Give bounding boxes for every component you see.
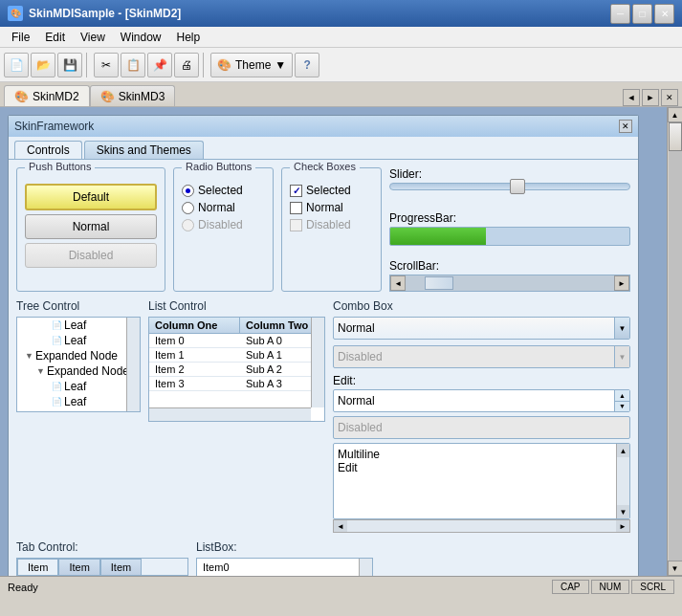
toolbar-open[interactable]: 📂 <box>31 53 55 77</box>
radio-disabled: Disabled <box>182 218 265 231</box>
tree-item[interactable]: ▼Expanded Node <box>17 363 140 379</box>
menu-window[interactable]: Window <box>113 29 169 46</box>
scrollbar-left-arrow[interactable]: ◄ <box>390 275 406 291</box>
tree-item[interactable]: 📄Leaf <box>17 394 140 409</box>
multiline-scroll-track[interactable] <box>617 457 629 505</box>
toolbar-new[interactable]: 📄 <box>4 53 29 77</box>
list-scroll-h[interactable] <box>149 407 311 421</box>
list-row[interactable]: Item 2 Sub A 2 <box>149 363 324 377</box>
menu-view[interactable]: View <box>73 29 113 46</box>
menu-edit[interactable]: Edit <box>37 29 73 46</box>
mdi-tab-icon1: 🎨 <box>14 90 29 103</box>
scroll-up-arrow[interactable]: ▲ <box>668 107 683 122</box>
spin-down-button[interactable]: ▼ <box>614 402 629 412</box>
status-text: Ready <box>8 582 38 593</box>
listbox-section: ListBox: Item0 Item1 Item2 Item3 Item4 I… <box>196 540 373 576</box>
toolbar-copy[interactable]: 📋 <box>121 53 145 77</box>
check-normal[interactable]: Normal <box>290 201 373 214</box>
scroll-down-arrow[interactable]: ▼ <box>668 561 683 576</box>
listbox[interactable]: Item0 Item1 Item2 Item3 Item4 Item5 <box>196 558 373 576</box>
scroll-thumb[interactable] <box>669 122 682 151</box>
radio-normal[interactable]: Normal <box>182 201 265 214</box>
toolbar-paste[interactable]: 📌 <box>147 53 172 77</box>
toolbar-cut[interactable]: ✂ <box>94 53 119 77</box>
list-control[interactable]: Column One Column Two Item 0 Sub A 0 Ite… <box>148 317 325 422</box>
menu-file[interactable]: File <box>4 29 37 46</box>
help-button[interactable]: ? <box>295 53 319 77</box>
tree-item[interactable]: 📄Leaf <box>17 318 140 333</box>
mdi-nav-next[interactable]: ► <box>642 89 659 106</box>
normal-button[interactable]: Normal <box>25 214 157 239</box>
tree-item[interactable]: 📄Leaf <box>17 409 140 412</box>
mh-right[interactable]: ► <box>616 520 629 532</box>
toolbar: 📄 📂 💾 ✂ 📋 📌 🖨 🎨 Theme ▼ ? <box>0 48 682 82</box>
mh-left[interactable]: ◄ <box>334 520 347 532</box>
multiline-scroll-v[interactable]: ▲ ▼ <box>616 444 629 518</box>
list-item[interactable]: Item1 <box>199 574 370 576</box>
tree-item[interactable]: 📄Leaf <box>17 333 140 348</box>
tab-controls[interactable]: Controls <box>14 141 82 159</box>
scrollbar-right-arrow[interactable]: ► <box>614 275 629 291</box>
multiline-content[interactable]: MultilineEdit <box>334 444 616 518</box>
edit-normal-text: Normal <box>338 394 375 407</box>
radio-buttons-group: Radio Buttons Selected Normal Disabled <box>173 167 274 292</box>
title-bar: 🎨 SkinMDISample - [SkinMD2] ─ □ ✕ <box>0 0 682 27</box>
mdi-tab-skinmd3[interactable]: 🎨 SkinMD3 <box>90 85 176 106</box>
listbox-scroll-v[interactable] <box>359 559 372 576</box>
tab-skins-themes[interactable]: Skins and Themes <box>84 141 204 159</box>
multiline-scroll-h[interactable]: ◄ ► <box>333 519 630 533</box>
spin-up-button[interactable]: ▲ <box>614 390 629 402</box>
theme-icon: 🎨 <box>217 58 231 72</box>
default-button[interactable]: Default <box>25 184 157 210</box>
middle-groups-row: Tree Control 📄Leaf 📄Leaf ▼Expanded Node … <box>16 299 630 533</box>
edit-spin[interactable]: ▲ ▼ <box>614 390 629 411</box>
toolbar-print[interactable]: 🖨 <box>174 53 199 77</box>
tab-item-1[interactable]: Item <box>17 559 58 575</box>
maximize-button[interactable]: □ <box>632 4 652 24</box>
combo-arrow-icon[interactable]: ▼ <box>614 318 629 339</box>
combo-normal[interactable]: Normal ▼ <box>333 317 630 340</box>
checkbox-normal[interactable] <box>290 202 302 214</box>
mdi-tab-skinmd2[interactable]: 🎨 SkinMD2 <box>4 85 90 106</box>
scrollbar-h[interactable]: ◄ ► <box>389 275 630 292</box>
radio-circle-normal[interactable] <box>182 202 194 214</box>
list-row[interactable]: Item 3 Sub A 3 <box>149 377 324 391</box>
slider-track[interactable] <box>389 183 630 190</box>
list-row[interactable]: Item 0 Sub A 0 <box>149 334 324 348</box>
multiline-scroll-up[interactable]: ▲ <box>617 444 629 457</box>
edit-normal-box[interactable]: Normal ▲ ▼ <box>333 389 630 412</box>
minimize-button[interactable]: ─ <box>610 4 630 24</box>
list-cell: Sub A 1 <box>240 348 288 362</box>
scrollbar-track[interactable] <box>406 275 614 291</box>
tree-control[interactable]: 📄Leaf 📄Leaf ▼Expanded Node ▼Expanded Nod… <box>16 317 141 412</box>
tab-item-3[interactable]: Item <box>100 559 142 575</box>
list-row[interactable]: Item 1 Sub A 1 <box>149 348 324 363</box>
theme-button[interactable]: 🎨 Theme ▼ <box>210 53 293 77</box>
mdi-nav-close[interactable]: ✕ <box>661 89 678 106</box>
status-num: NUM <box>591 580 630 594</box>
multiline-edit[interactable]: MultilineEdit ▲ ▼ <box>333 443 630 519</box>
scrollbar-thumb[interactable] <box>425 276 453 290</box>
tree-item[interactable]: 📄Leaf <box>17 379 140 394</box>
combo-disabled: Disabled ▼ <box>333 345 630 368</box>
combo-normal-text: Normal <box>338 321 626 335</box>
checkbox-selected[interactable]: ✓ <box>290 185 302 197</box>
close-button[interactable]: ✕ <box>654 4 674 24</box>
list-scroll-v[interactable] <box>311 318 324 407</box>
list-item[interactable]: Item0 <box>199 561 370 574</box>
multiline-scroll-down[interactable]: ▼ <box>617 505 629 518</box>
radio-selected[interactable]: Selected <box>182 184 265 197</box>
list-control-label: List Control <box>148 299 325 313</box>
toolbar-save[interactable]: 💾 <box>57 53 82 77</box>
tree-scrollbar[interactable] <box>126 318 140 411</box>
menu-help[interactable]: Help <box>169 29 209 46</box>
mdi-nav-prev[interactable]: ◄ <box>623 89 640 106</box>
radio-circle-selected[interactable] <box>182 185 194 197</box>
slider-thumb[interactable] <box>510 179 525 194</box>
tab-item-2[interactable]: Item <box>58 559 99 575</box>
list-control-section: List Control Column One Column Two Item … <box>148 299 325 533</box>
skin-close-button[interactable]: ✕ <box>619 120 632 133</box>
tree-item[interactable]: ▼Expanded Node <box>17 348 140 363</box>
check-selected[interactable]: ✓ Selected <box>290 184 373 197</box>
scroll-track[interactable] <box>669 122 682 561</box>
